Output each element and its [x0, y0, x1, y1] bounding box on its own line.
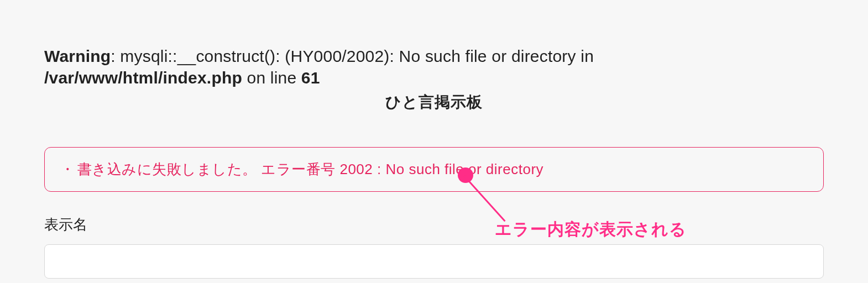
warning-path: /var/www/html/index.php	[44, 69, 242, 87]
error-message-box: ・書き込みに失敗しました。 エラー番号 2002 : No such file …	[44, 147, 824, 192]
display-name-label: 表示名	[44, 215, 824, 234]
warning-line-number: 61	[301, 69, 320, 87]
error-bullet: ・	[60, 161, 75, 177]
display-name-input[interactable]	[44, 244, 824, 279]
warning-message-1: : mysqli::__construct(): (HY000/2002): N…	[111, 47, 594, 65]
warning-on-line: on line	[242, 69, 301, 87]
error-message-text: 書き込みに失敗しました。 エラー番号 2002 : No such file o…	[77, 161, 544, 177]
warning-label: Warning	[44, 47, 111, 65]
page-title: ひと言掲示板	[44, 92, 824, 113]
php-warning-text: Warning: mysqli::__construct(): (HY000/2…	[44, 45, 824, 88]
